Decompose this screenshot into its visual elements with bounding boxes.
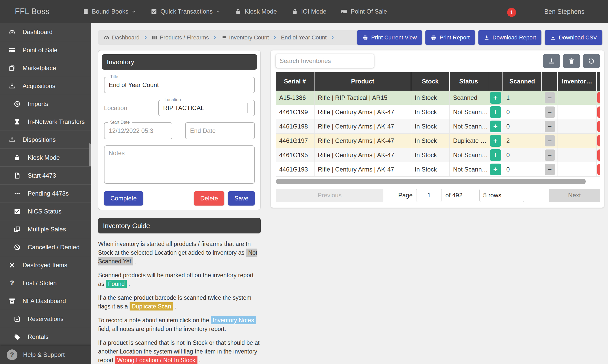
column-header-serial-[interactable]: Serial # (276, 72, 315, 91)
navbar-item-point-of-sale[interactable]: Point Of Sale (341, 8, 387, 15)
print-report-button[interactable]: Print Report (425, 30, 475, 45)
inventory-guide-text: When inventory is started all products /… (98, 240, 261, 364)
row-flag-button[interactable] (597, 135, 600, 146)
notes-textarea[interactable] (104, 145, 255, 184)
breadcrumb-item-products-firearms[interactable]: Products / Firearms (152, 34, 209, 41)
start-date-field[interactable]: Start Date (104, 122, 172, 139)
title-input[interactable] (104, 81, 254, 89)
download-csv-button[interactable]: Download CSV (545, 30, 602, 45)
decrement-scan-button[interactable]: − (545, 149, 555, 161)
end-date-field[interactable] (185, 122, 255, 139)
save-button[interactable]: Save (228, 191, 255, 206)
sidebar-item-reservations[interactable]: Reservations (0, 310, 91, 328)
column-header-status[interactable]: Status (450, 72, 488, 91)
page-total-label: of 492 (445, 192, 463, 199)
column-header-inventor-[interactable]: Inventor… (558, 72, 597, 91)
row-flag-button[interactable] (597, 149, 600, 161)
navbar-item-bound-books[interactable]: Bound Books (82, 8, 136, 15)
location-select[interactable]: Location RIP TACTICAL (158, 100, 255, 116)
sidebar-item-acquisitions[interactable]: Acquisitions (0, 77, 91, 95)
previous-page-button[interactable]: Previous (276, 189, 383, 202)
page-number-input[interactable] (416, 189, 442, 202)
sidebar-item-imports[interactable]: Imports (0, 95, 91, 113)
inventory-notes-cell[interactable] (558, 91, 597, 105)
delete-button[interactable] (563, 54, 580, 68)
sidebar-item-nfa-dashboard[interactable]: NFA Dashboard (0, 292, 91, 310)
check-square-icon (151, 8, 157, 15)
serial-cell: A15-1386 (276, 91, 315, 105)
guide-paragraph: To record a note about an item click on … (98, 316, 261, 333)
search-input[interactable] (280, 57, 370, 65)
sidebar-item-multiple-sales[interactable]: Multiple Sales (0, 220, 91, 238)
decrement-scan-button[interactable]: − (545, 164, 555, 175)
print-current-view-button[interactable]: Print Current View (357, 30, 422, 45)
decrement-scan-button[interactable]: − (545, 121, 555, 132)
sidebar-item-lost-stolen[interactable]: ?Lost / Stolen (0, 274, 91, 292)
row-flag-button[interactable] (597, 164, 600, 175)
sidebar-item-in-network-transfers[interactable]: In-Network Transfers (0, 113, 91, 131)
breadcrumb-item-end-of-year-count[interactable]: End of Year Count (281, 34, 327, 41)
increment-scan-button[interactable]: + (490, 135, 501, 147)
sidebar-item-label: Imports (28, 100, 48, 108)
sidebar-item-rentals[interactable]: Rentals (0, 328, 91, 346)
decrement-scan-button[interactable]: − (545, 135, 555, 146)
sidebar-scrollbar[interactable] (89, 143, 91, 166)
navbar-item-ioi-mode[interactable]: IOI Mode (292, 8, 327, 15)
calendar-check-icon (13, 316, 22, 322)
inventory-notes-cell[interactable] (558, 148, 597, 162)
sidebar-item-point-of-sale[interactable]: Point of Sale (0, 41, 91, 59)
sidebar-item-nics-status[interactable]: NICS Status (0, 202, 91, 220)
sidebar-item-label: Lost / Stolen (23, 280, 57, 287)
column-header-product[interactable]: Product (315, 72, 411, 91)
sidebar-item-destroyed-items[interactable]: Destroyed Items (0, 256, 91, 274)
inventory-notes-cell[interactable] (558, 105, 597, 119)
inventory-notes-cell[interactable] (558, 162, 597, 176)
search-field[interactable] (276, 54, 374, 68)
credit-card-icon (341, 8, 347, 15)
delete-button[interactable]: Delete (194, 191, 224, 206)
inventory-notes-cell[interactable] (558, 119, 597, 133)
complete-button[interactable]: Complete (104, 191, 143, 206)
download-icon (548, 58, 555, 65)
sidebar-item-cancelled-denied[interactable]: Cancelled / Denied (0, 238, 91, 256)
sidebar-item-kiosk-mode[interactable]: Kiosk Mode (0, 148, 91, 166)
start-date-input[interactable] (104, 127, 168, 134)
row-flag-button[interactable] (597, 121, 600, 132)
sidebar-item-help-support[interactable]: ? Help & Support (0, 346, 91, 364)
sidebar-item-start-4473[interactable]: Start 4473 (0, 166, 91, 184)
download-report-button[interactable]: Download Report (478, 30, 541, 45)
navbar-item-kiosk-mode[interactable]: Kiosk Mode (235, 8, 277, 15)
horizontal-scrollbar-thumb[interactable] (276, 179, 586, 184)
decrement-scan-button[interactable]: − (545, 106, 555, 118)
sidebar-item-dashboard[interactable]: Dashboard (0, 23, 91, 41)
end-date-input[interactable] (186, 127, 251, 134)
table-row: 4461G199Rifle | Century Arms | AK-47In S… (276, 105, 600, 119)
user-menu[interactable]: Ben Stephens (541, 8, 588, 15)
inventory-notes-cell[interactable] (558, 134, 597, 148)
increment-scan-button[interactable]: + (490, 106, 501, 118)
increment-scan-button[interactable]: + (490, 92, 501, 104)
row-flag-button[interactable] (597, 106, 600, 118)
decrement-cell: − (542, 119, 558, 133)
increment-scan-button[interactable]: + (490, 121, 501, 132)
title-field[interactable]: Title (104, 77, 255, 93)
column-header-scanned[interactable]: Scanned (503, 72, 542, 91)
breadcrumb-item-inventory-count[interactable]: Inventory Count (221, 34, 269, 41)
row-flag-button[interactable] (597, 92, 600, 103)
column-header-stock[interactable]: Stock (411, 72, 450, 91)
sidebar-item-label: Multiple Sales (28, 226, 66, 233)
decrement-scan-button[interactable]: − (545, 92, 555, 103)
increment-scan-button[interactable]: + (490, 149, 501, 161)
sidebar-item-pending-4473s[interactable]: Pending 4473s (0, 184, 91, 202)
sidebar-item-dispositions[interactable]: Dispositions (0, 131, 91, 148)
navbar-item-quick-transactions[interactable]: Quick Transactions (151, 8, 220, 15)
decrement-cell: − (542, 91, 558, 105)
rows-per-page-select[interactable]: 5 rows (479, 189, 524, 202)
row-flag-cell (597, 134, 600, 148)
download-button[interactable] (543, 54, 560, 68)
refresh-button[interactable] (583, 54, 600, 68)
next-page-button[interactable]: Next (549, 189, 600, 202)
increment-scan-button[interactable]: + (490, 164, 501, 175)
sidebar-item-marketplace[interactable]: Marketplace (0, 59, 91, 77)
breadcrumb-item-dashboard[interactable]: Dashboard (104, 34, 140, 41)
